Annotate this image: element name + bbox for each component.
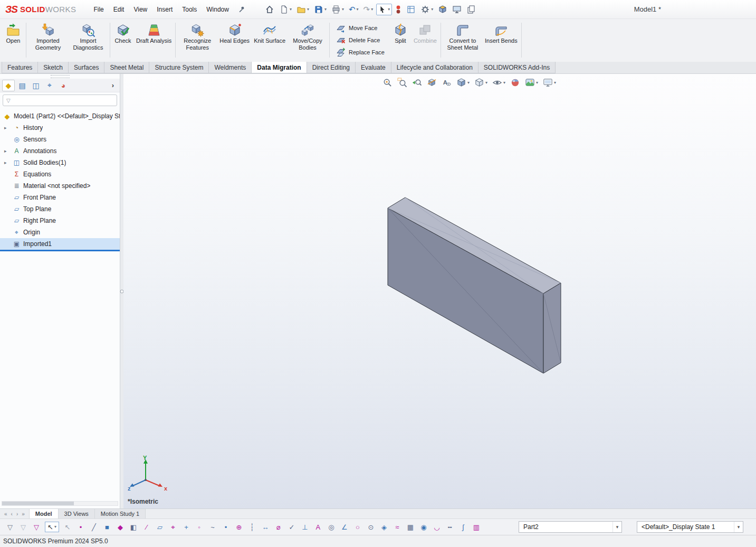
filter-cosmetic-threads-icon[interactable]: ≈ xyxy=(393,522,402,532)
rollback-bar[interactable] xyxy=(0,250,120,251)
displaymanager-tab[interactable]: ◕ xyxy=(57,80,70,91)
filter-routing-points-icon[interactable]: ◈ xyxy=(379,522,389,532)
undo-button[interactable]: ↶ xyxy=(347,4,360,15)
filter-center-marks-icon[interactable]: ⊕ xyxy=(234,522,244,532)
pushpin-icon[interactable] xyxy=(238,6,245,13)
tab-scroll-next-button[interactable]: › xyxy=(15,511,19,517)
lasso-select-icon[interactable]: ↖ xyxy=(63,522,72,532)
filter-weld-symbols-icon[interactable]: ∠ xyxy=(340,522,349,532)
tab-scroll-prev-button[interactable]: ‹ xyxy=(10,511,14,517)
expand-arrow-icon[interactable] xyxy=(4,125,9,130)
edit-appearance-button[interactable] xyxy=(510,77,521,88)
filter-surface-finish-icon[interactable]: ✓ xyxy=(287,522,296,532)
filter-faces-icon[interactable]: ■ xyxy=(102,522,112,532)
split-button[interactable]: Split xyxy=(389,21,412,60)
menu-window[interactable]: Window xyxy=(202,4,234,15)
tab-model[interactable]: Model xyxy=(29,509,59,518)
filter-blocks-icon[interactable]: ▦ xyxy=(406,522,415,532)
tab-weldments[interactable]: Weldments xyxy=(208,62,252,73)
selection-filters-toggle-icon[interactable]: ▽ xyxy=(5,522,15,532)
solidworks-resources-button[interactable] xyxy=(436,3,449,16)
menu-edit[interactable]: Edit xyxy=(109,4,129,15)
tree-item-origin[interactable]: ⌖ Origin xyxy=(0,227,120,238)
filter-tables-icon[interactable]: ▥ xyxy=(472,522,481,532)
tab-structure-system[interactable]: Structure System xyxy=(149,62,209,73)
panel-flyout-chevron-icon[interactable]: › xyxy=(108,81,118,89)
menu-tools[interactable]: Tools xyxy=(177,4,202,15)
tree-item-equations[interactable]: Σ Equations xyxy=(0,168,120,180)
replace-face-button[interactable]: Replace Face xyxy=(333,47,388,58)
tree-item-material[interactable]: ≣ Material <not specified> xyxy=(0,180,120,192)
heal-edges-button[interactable]: Heal Edges xyxy=(217,21,252,60)
tab-surfaces[interactable]: Surfaces xyxy=(68,62,104,73)
tree-item-sensors[interactable]: ◎ Sensors xyxy=(0,134,120,145)
filter-coordinate-systems-icon[interactable]: + xyxy=(181,522,191,532)
open-button[interactable] xyxy=(295,3,311,16)
scrollbar-thumb[interactable] xyxy=(2,502,74,505)
tree-item-imported1[interactable]: ▣ Imported1 xyxy=(0,238,120,250)
filter-solid-bodies-icon[interactable]: ◧ xyxy=(129,522,138,532)
select-tool[interactable]: ↖ xyxy=(45,522,59,532)
menu-file[interactable]: File xyxy=(89,4,108,15)
convert-to-sheet-metal-button[interactable]: Convert to Sheet Metal xyxy=(443,21,483,60)
combo-caret-icon[interactable] xyxy=(734,522,743,532)
filter-surface-bodies-icon[interactable]: ◆ xyxy=(116,522,125,532)
menu-insert[interactable]: Insert xyxy=(152,4,177,15)
tree-item-top-plane[interactable]: ▱ Top Plane xyxy=(0,203,120,215)
pack-and-go-button[interactable] xyxy=(465,3,477,16)
file-properties-button[interactable] xyxy=(405,3,417,16)
select-all-filters-icon[interactable]: ▽ xyxy=(32,522,41,532)
tab-scroll-last-button[interactable]: » xyxy=(21,511,26,517)
filter-connection-points-icon[interactable]: ⊙ xyxy=(366,522,376,532)
filter-sketch-points-icon[interactable]: ◦ xyxy=(195,522,204,532)
model-imported1-body[interactable] xyxy=(123,74,756,508)
filter-origins-icon[interactable]: ⌖ xyxy=(168,522,178,532)
delete-face-button[interactable]: Delete Face xyxy=(333,35,388,45)
tab-solidworks-add-ins[interactable]: SOLIDWORKS Add-Ins xyxy=(478,62,556,73)
featuremanager-design-tree-tab[interactable]: ◆ xyxy=(2,80,15,91)
tab-evaluate[interactable]: Evaluate xyxy=(355,62,391,73)
filter-planes-icon[interactable]: ▱ xyxy=(155,522,165,532)
import-diagnostics-button[interactable]: Import Diagnostics xyxy=(68,21,108,60)
propertymanager-tab[interactable]: ▤ xyxy=(16,80,28,91)
filter-edges-icon[interactable]: ╱ xyxy=(89,522,99,532)
configurationmanager-tab[interactable]: ◫ xyxy=(30,80,42,91)
filter-hole-callouts-icon[interactable]: ⌀ xyxy=(274,522,283,532)
filter-centerlines-icon[interactable]: ┆ xyxy=(247,522,257,532)
filter-midpoints-icon[interactable]: • xyxy=(221,522,231,532)
filter-geometric-tolerances-icon[interactable]: ⊥ xyxy=(300,522,310,532)
imported-geometry-button[interactable]: Imported Geometry xyxy=(28,21,68,60)
panel-horizontal-scrollbar[interactable] xyxy=(2,501,118,506)
filter-construction-geometry-icon[interactable]: ╍ xyxy=(445,522,455,532)
zoom-to-area-button[interactable] xyxy=(397,77,408,88)
print-button[interactable] xyxy=(330,3,346,16)
expand-arrow-icon[interactable] xyxy=(4,160,9,165)
knit-surface-button[interactable]: Knit Surface xyxy=(252,21,288,60)
tree-filter-input[interactable] xyxy=(13,97,113,104)
previous-view-button[interactable] xyxy=(412,77,423,88)
tree-item-annotations[interactable]: A Annotations xyxy=(0,145,120,157)
tree-item-history[interactable]: ◔ History xyxy=(0,122,120,134)
display-style-button[interactable] xyxy=(474,77,488,88)
redo-button[interactable]: ↷ xyxy=(362,4,375,15)
filter-reference-curves-icon[interactable]: ∫ xyxy=(458,522,468,532)
tab-direct-editing[interactable]: Direct Editing xyxy=(307,62,356,73)
zoom-to-fit-button[interactable] xyxy=(382,77,393,88)
panel-splitter-handle[interactable] xyxy=(0,74,120,79)
display-state-combobox[interactable]: <Default>_Display State 1 xyxy=(637,521,743,533)
tab-scroll-first-button[interactable]: « xyxy=(3,511,8,517)
filter-dimensions-icon[interactable]: ↔ xyxy=(261,522,270,532)
recognize-features-button[interactable]: Recognize Features xyxy=(177,21,217,60)
hide-show-items-button[interactable] xyxy=(492,77,506,88)
view-orientation-button[interactable] xyxy=(456,77,470,88)
apply-scene-button[interactable] xyxy=(524,77,539,88)
filter-weld-beads-icon[interactable]: ◡ xyxy=(432,522,442,532)
tree-root-part[interactable]: ◆ Model1 (Part2) <<Default>_Display St xyxy=(0,110,120,122)
expand-arrow-icon[interactable] xyxy=(4,148,9,154)
tree-item-front-plane[interactable]: ▱ Front Plane xyxy=(0,192,120,203)
tab-features[interactable]: Features xyxy=(2,62,38,73)
filter-datum-targets-icon[interactable]: ◎ xyxy=(327,522,336,532)
tab-motion-study-1[interactable]: Motion Study 1 xyxy=(95,509,146,518)
view-settings-button[interactable] xyxy=(542,77,557,88)
tab-sketch[interactable]: Sketch xyxy=(37,62,69,73)
